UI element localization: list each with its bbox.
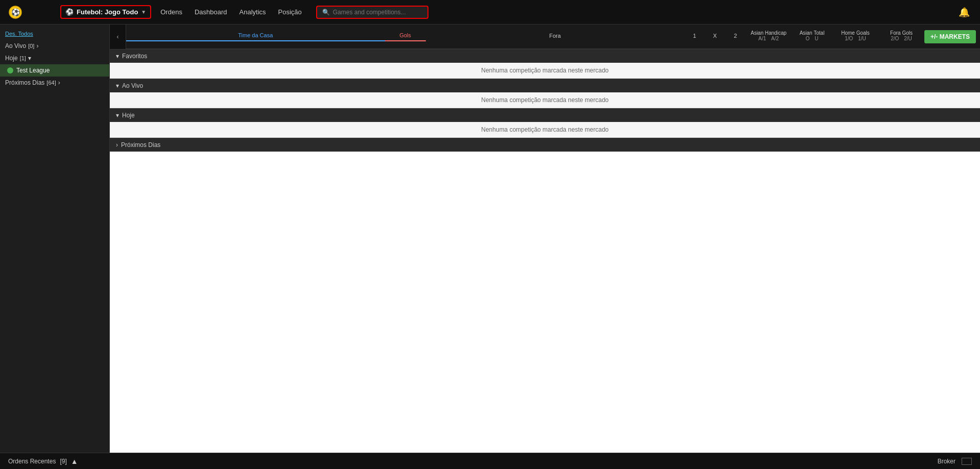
chevron-right-icon: ›	[116, 141, 118, 149]
favoritos-empty: Nenhuma competição marcada neste mercado	[110, 63, 980, 79]
section-ao-vivo[interactable]: ▾ Ao Vivo	[110, 79, 980, 92]
col-asian-handicap: Asian Handicap A/1 A/2	[746, 30, 792, 43]
sidebar-section-hoje[interactable]: Hoje [1] ▾	[0, 52, 109, 64]
sidebar-section-ao-vivo[interactable]: Ao Vivo [0] ›	[0, 40, 109, 52]
sidebar: Des. Todos Ao Vivo [0] › Hoje [1] ▾ Test…	[0, 24, 110, 453]
table-header: ‹ Time da Casa Gols Fora 1 X 2 Asian Han…	[110, 24, 980, 49]
nav-dashboard[interactable]: Dashboard	[195, 8, 227, 16]
col-away-goals: Fora Gols 2/O 2/U	[878, 30, 924, 43]
col-asian-total: Asian Total O U	[792, 30, 832, 43]
chevron-down-icon: ▾	[116, 112, 119, 119]
logo-icon: ⚽	[5, 5, 26, 20]
ao-vivo-label: Ao Vivo	[122, 82, 143, 89]
sidebar-item-test-league[interactable]: Test League	[0, 64, 109, 77]
ao-vivo-empty: Nenhuma competição marcada neste mercado	[110, 92, 980, 108]
col-goals: Gols	[385, 32, 426, 41]
col-1: 1	[684, 33, 705, 41]
nav-links: Ordens Dashboard Analytics Posição	[160, 8, 302, 16]
broker-label: Broker	[938, 458, 955, 465]
chevron-down-icon: ▼	[141, 9, 146, 15]
favoritos-label: Favoritos	[122, 53, 147, 60]
section-proximos-dias[interactable]: › Próximos Dias	[110, 138, 980, 152]
col-x: X	[705, 33, 725, 41]
logo-area: ⚽	[5, 5, 56, 20]
sidebar-test-league-label: Test League	[16, 67, 50, 74]
search-icon: 🔍	[322, 9, 330, 16]
sidebar-ao-vivo-badge: [0]	[28, 43, 34, 49]
bottom-bar: Ordens Recentes [9] ▲ Broker	[0, 453, 980, 469]
search-input[interactable]	[333, 9, 422, 16]
sidebar-des-todos[interactable]: Des. Todos	[0, 28, 109, 40]
col-2: 2	[725, 33, 746, 41]
sidebar-proximos-dias-label: Próximos Dias	[5, 79, 44, 86]
svg-text:⚽: ⚽	[11, 8, 20, 17]
nav-posicao[interactable]: Posição	[278, 8, 302, 16]
nav-ordens[interactable]: Ordens	[160, 8, 182, 16]
sport-icon: ⚽	[65, 8, 74, 16]
sidebar-hoje-label: Hoje	[5, 55, 18, 62]
search-box[interactable]: 🔍	[316, 6, 428, 19]
section-hoje[interactable]: ▾ Hoje	[110, 108, 980, 122]
chevron-right-icon: ›	[36, 42, 38, 50]
orders-recent-label: Ordens Recentes	[8, 458, 56, 465]
proximos-dias-label: Próximos Dias	[121, 141, 160, 149]
sidebar-ao-vivo-label: Ao Vivo	[5, 42, 26, 50]
collapse-button[interactable]: ‹	[110, 24, 126, 49]
col-home-team: Time da Casa	[126, 32, 385, 41]
chevron-down-icon: ▾	[116, 82, 119, 89]
main-layout: Des. Todos Ao Vivo [0] › Hoje [1] ▾ Test…	[0, 24, 980, 453]
orders-count-badge: [9]	[60, 458, 66, 465]
sport-selector-label: Futebol: Jogo Todo	[77, 8, 138, 16]
hoje-empty: Nenhuma competição marcada neste mercado	[110, 122, 980, 138]
col-away: Fora	[426, 33, 685, 41]
expand-orders-button[interactable]: ▲	[71, 457, 78, 465]
bell-icon[interactable]: 🔔	[959, 7, 970, 18]
section-favoritos[interactable]: ▾ Favoritos	[110, 49, 980, 63]
chevron-down-icon: ▾	[28, 55, 31, 62]
nav-analytics[interactable]: Analytics	[240, 8, 266, 16]
top-nav: ⚽ ⚽ Futebol: Jogo Todo ▼ Ordens Dashboar…	[0, 0, 980, 24]
sidebar-section-proximos-dias[interactable]: Próximos Dias [64] ›	[0, 77, 109, 89]
green-dot-icon	[7, 67, 13, 73]
col-home-goals: Home Goals 1/O 1/U	[832, 30, 878, 43]
chevron-right-icon: ›	[58, 79, 60, 86]
markets-button[interactable]: +/- MARKETS	[924, 30, 976, 43]
hoje-label: Hoje	[122, 112, 135, 119]
sport-selector[interactable]: ⚽ Futebol: Jogo Todo ▼	[60, 5, 151, 19]
content-area: ‹ Time da Casa Gols Fora 1 X 2 Asian Han…	[110, 24, 980, 453]
broker-icon	[962, 458, 972, 465]
sidebar-proximos-dias-badge: [64]	[46, 80, 56, 86]
sidebar-hoje-badge: [1]	[20, 55, 26, 61]
chevron-down-icon: ▾	[116, 53, 119, 60]
